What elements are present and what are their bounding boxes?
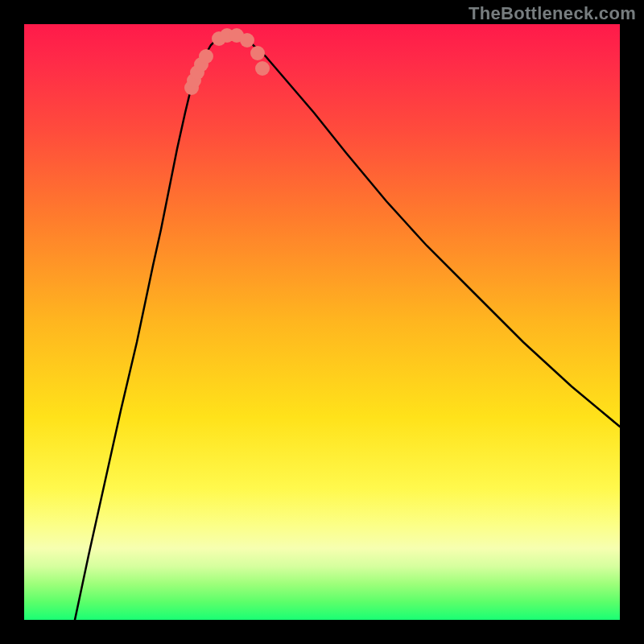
plot-area — [24, 24, 620, 620]
curve-left-branch — [75, 36, 237, 620]
curve-right-branch — [237, 36, 620, 427]
marker-dots-group — [184, 28, 270, 95]
watermark-text: TheBottleneck.com — [469, 3, 636, 24]
marker-dot — [255, 61, 270, 76]
marker-dot — [240, 33, 254, 47]
chart-frame: TheBottleneck.com — [0, 0, 644, 644]
marker-dot — [199, 49, 213, 64]
marker-dot — [250, 46, 265, 60]
curve-overlay — [24, 24, 620, 620]
